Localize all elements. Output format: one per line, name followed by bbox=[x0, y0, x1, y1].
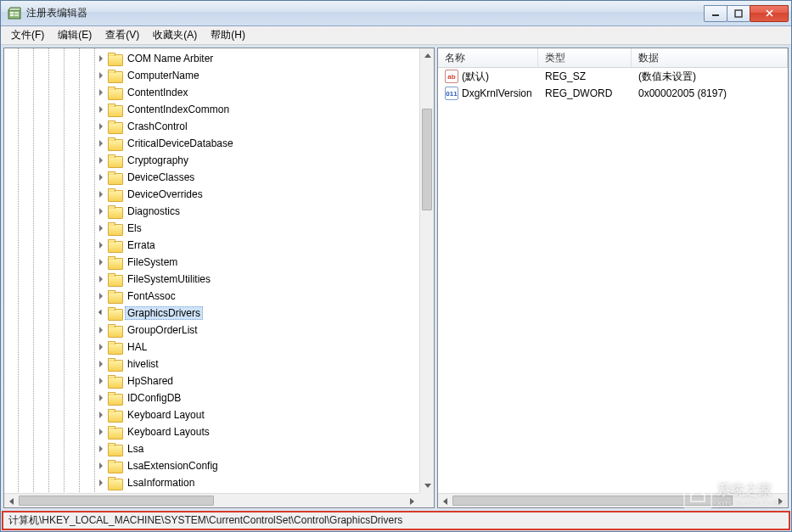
expand-icon[interactable] bbox=[96, 70, 106, 81]
minimize-button[interactable] bbox=[704, 5, 727, 22]
maximize-button[interactable] bbox=[727, 5, 750, 22]
scroll-left-button[interactable] bbox=[4, 494, 19, 507]
tree-scroll-horizontal[interactable] bbox=[4, 493, 419, 507]
expand-icon[interactable] bbox=[96, 257, 106, 267]
tree-node-label: HAL bbox=[125, 340, 149, 354]
tree-node-label: FileSystemUtilities bbox=[125, 272, 213, 286]
tree-node[interactable]: Diagnostics bbox=[4, 203, 434, 220]
tree-node[interactable]: ComputerName bbox=[4, 67, 434, 84]
scroll-right-button[interactable] bbox=[773, 494, 788, 507]
menu-file[interactable]: 文件(F) bbox=[4, 26, 51, 44]
column-type[interactable]: 类型 bbox=[538, 48, 632, 67]
tree-node[interactable]: HpShared bbox=[4, 372, 434, 389]
app-icon bbox=[8, 7, 21, 20]
menu-view[interactable]: 查看(V) bbox=[98, 26, 146, 44]
tree-node[interactable]: hivelist bbox=[4, 356, 434, 372]
expand-icon[interactable] bbox=[96, 172, 106, 182]
tree-node[interactable]: FileSystem bbox=[4, 254, 434, 271]
expand-icon[interactable] bbox=[96, 155, 106, 165]
value-name-cell: 011DxgKrnlVersion bbox=[440, 87, 540, 100]
menu-favorites[interactable]: 收藏夹(A) bbox=[146, 26, 204, 44]
tree-node-label: hivelist bbox=[125, 357, 161, 371]
expand-icon[interactable] bbox=[96, 206, 106, 216]
registry-tree[interactable]: COM Name ArbiterComputerNameContentIndex… bbox=[4, 48, 434, 507]
expand-icon[interactable] bbox=[96, 274, 106, 284]
expand-icon[interactable] bbox=[96, 308, 106, 318]
tree-node[interactable]: Keyboard Layouts bbox=[4, 423, 434, 440]
expand-icon[interactable] bbox=[96, 138, 106, 148]
value-row[interactable]: ab(默认)REG_SZ(数值未设置) bbox=[438, 68, 788, 85]
value-name: (默认) bbox=[462, 70, 489, 84]
expand-icon[interactable] bbox=[96, 291, 106, 301]
tree-node[interactable]: LsaExtensionConfig bbox=[4, 457, 434, 474]
expand-icon[interactable] bbox=[96, 342, 106, 352]
regedit-window: 注册表编辑器 文件(F) 编辑(E) 查看(V) 收藏夹(A) 帮助(H) bbox=[0, 0, 792, 532]
expand-icon[interactable] bbox=[96, 325, 106, 335]
tree-node[interactable]: ContentIndex bbox=[4, 84, 434, 101]
value-name-cell: ab(默认) bbox=[440, 70, 540, 84]
tree-node[interactable]: ContentIndexCommon bbox=[4, 101, 434, 118]
expand-icon[interactable] bbox=[96, 376, 106, 386]
values-header[interactable]: 名称 类型 数据 bbox=[438, 48, 788, 68]
expand-icon[interactable] bbox=[96, 393, 106, 403]
tree-node[interactable]: Keyboard Layout bbox=[4, 406, 434, 423]
folder-icon bbox=[108, 154, 121, 166]
scroll-thumb-horizontal[interactable] bbox=[19, 496, 214, 506]
scroll-track-vertical[interactable] bbox=[420, 63, 434, 479]
tree-node[interactable]: FontAssoc bbox=[4, 288, 434, 305]
scroll-track-horizontal[interactable] bbox=[19, 494, 405, 507]
expand-icon[interactable] bbox=[96, 410, 106, 420]
scroll-down-button[interactable] bbox=[420, 479, 434, 493]
expand-icon[interactable] bbox=[96, 189, 106, 199]
tree-node[interactable]: DeviceOverrides bbox=[4, 186, 434, 203]
expand-icon[interactable] bbox=[96, 121, 106, 132]
value-type-icon: ab bbox=[445, 70, 458, 83]
expand-icon[interactable] bbox=[96, 223, 106, 233]
menu-edit[interactable]: 编辑(E) bbox=[51, 26, 98, 44]
tree-node[interactable]: Cryptography bbox=[4, 152, 434, 169]
tree-node[interactable]: IDConfigDB bbox=[4, 389, 434, 406]
values-scroll-horizontal[interactable] bbox=[438, 493, 788, 507]
expand-icon[interactable] bbox=[96, 478, 106, 488]
tree-node[interactable]: CriticalDeviceDatabase bbox=[4, 135, 434, 152]
expand-icon[interactable] bbox=[96, 87, 106, 98]
scroll-right-button[interactable] bbox=[405, 494, 419, 507]
scroll-left-button[interactable] bbox=[438, 494, 452, 507]
tree-node[interactable]: LsaInformation bbox=[4, 474, 434, 491]
tree-node[interactable]: GraphicsDrivers bbox=[4, 305, 434, 322]
tree-node[interactable]: Lsa bbox=[4, 440, 434, 457]
expand-icon[interactable] bbox=[96, 359, 106, 369]
tree-node[interactable]: Errata bbox=[4, 237, 434, 254]
menu-help[interactable]: 帮助(H) bbox=[204, 26, 252, 44]
tree-node[interactable]: DeviceClasses bbox=[4, 169, 434, 186]
titlebar[interactable]: 注册表编辑器 bbox=[1, 1, 791, 26]
expand-icon[interactable] bbox=[96, 461, 106, 471]
tree-scroll-vertical[interactable] bbox=[419, 48, 434, 493]
expand-icon[interactable] bbox=[96, 444, 106, 454]
tree-node[interactable]: CrashControl bbox=[4, 118, 434, 135]
scroll-up-button[interactable] bbox=[420, 48, 434, 63]
column-data[interactable]: 数据 bbox=[632, 48, 788, 67]
values-panel: 名称 类型 数据 ab(默认)REG_SZ(数值未设置)011DxgKrnlVe… bbox=[437, 48, 789, 508]
tree-node[interactable]: Els bbox=[4, 220, 434, 237]
expand-icon[interactable] bbox=[96, 240, 106, 250]
expand-icon[interactable] bbox=[96, 427, 106, 437]
expand-icon[interactable] bbox=[96, 53, 106, 64]
expand-icon[interactable] bbox=[96, 104, 106, 115]
close-button[interactable] bbox=[750, 5, 789, 22]
tree-node[interactable]: GroupOrderList bbox=[4, 322, 434, 339]
values-list[interactable]: ab(默认)REG_SZ(数值未设置)011DxgKrnlVersionREG_… bbox=[438, 68, 788, 507]
scroll-track-horizontal[interactable] bbox=[452, 494, 773, 507]
tree-node[interactable]: HAL bbox=[4, 339, 434, 356]
tree-node[interactable]: COM Name Arbiter bbox=[4, 50, 434, 67]
scroll-thumb-vertical[interactable] bbox=[422, 109, 432, 210]
folder-icon bbox=[108, 273, 121, 285]
svg-rect-3 bbox=[14, 12, 19, 14]
column-name[interactable]: 名称 bbox=[438, 48, 538, 67]
tree-area[interactable]: COM Name ArbiterComputerNameContentIndex… bbox=[4, 48, 434, 507]
folder-icon bbox=[108, 392, 121, 404]
scroll-thumb-horizontal[interactable] bbox=[452, 496, 733, 506]
tree-node[interactable]: FileSystemUtilities bbox=[4, 271, 434, 288]
value-row[interactable]: 011DxgKrnlVersionREG_DWORD0x00002005 (81… bbox=[438, 85, 788, 102]
folder-icon bbox=[108, 53, 121, 64]
